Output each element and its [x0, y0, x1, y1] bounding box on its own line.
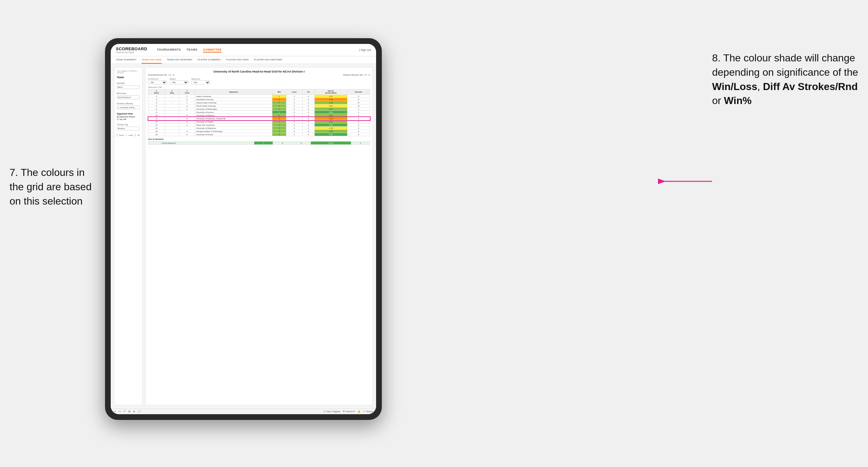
watch-btn[interactable]: 👁 Watch ▾ — [343, 410, 355, 413]
cell-win: 1 — [272, 107, 286, 111]
sign-out-link[interactable]: | Sign out — [359, 49, 371, 52]
opponents-label: Opponents: (All) — [148, 86, 370, 88]
annotation-right: 8. The colour shade will change dependin… — [712, 51, 859, 108]
cell-rounds: 3 — [347, 107, 370, 111]
region-select[interactable]: (All) — [169, 81, 189, 84]
nav-tournaments[interactable]: TOURNAMENTS — [157, 48, 181, 53]
filter-opponent-label: Opponent — [191, 78, 210, 80]
opponent-view-section: Opponent View Opponents Played Top 100 — [117, 113, 140, 120]
undo-btn[interactable]: ↩ — [114, 410, 116, 413]
out-division-table: NCAA Division II 1 0 0 26.00 3 — [148, 141, 370, 145]
cell-reg — [165, 98, 179, 101]
out-division-header: Out of division — [148, 138, 370, 140]
subnav-team-h2h-grid[interactable]: TEAM H2H GRID — [142, 56, 162, 64]
table-row: 14 University of Oklahoma 1 0 0 -1.00 9 — [148, 127, 370, 130]
cell-win: 1 — [272, 120, 286, 123]
app-header: SCOREBOARD Powered by clippd TOURNAMENTS… — [111, 44, 376, 56]
subnav-player-summary[interactable]: PLAYER SUMMARY — [197, 56, 221, 64]
radio-top100[interactable]: Top 100 — [117, 118, 140, 120]
sidebar: Last Updated: 27/03/202416:55:38 Team Ge… — [114, 67, 143, 405]
legend-level-label: Level — [128, 134, 133, 136]
cell-tie: 0 — [303, 104, 315, 107]
opponent-select[interactable]: (All) — [191, 81, 210, 84]
cell-rank: 16 — [148, 133, 165, 136]
cell-reg: - — [165, 95, 179, 98]
cell-rounds: 2 — [347, 111, 370, 114]
table-row: 2 - 1 Auburn University 2 1 0 1.67 9 — [148, 95, 370, 98]
cell-win: 0 — [272, 98, 286, 101]
school-label: School (Rank) — [117, 102, 140, 105]
cell-diff: -1.00 — [314, 127, 347, 130]
subnav-player-h2h-heatmap[interactable]: PLAYER H2H HEATMAP — [254, 56, 283, 64]
cell-rounds: 9 — [347, 95, 370, 98]
cell-rounds: 8 — [347, 98, 370, 101]
cell-opponent: Texas Tech University — [195, 123, 272, 127]
filter-conference-label: Conference — [148, 78, 167, 80]
cell-rank: 12 — [148, 120, 165, 123]
table-row: 12 3 University of Virginia 1 0 0 2.33 3 — [148, 120, 370, 123]
colour-by-section: Colour by Win/loss Diff Av Strokes/Rnd W… — [117, 123, 140, 130]
colour-by-select[interactable]: Win/loss Diff Av Strokes/Rnd Win% — [117, 127, 140, 130]
gender-section: Gender Men's Women's — [117, 82, 140, 89]
clock-btn[interactable]: 🕐 — [138, 410, 141, 413]
view-label[interactable]: 📋 View: Original — [323, 410, 340, 413]
col-conf: #Conf — [179, 89, 195, 95]
logo-area: SCOREBOARD Powered by clippd — [116, 46, 147, 54]
back-btn[interactable]: ↶ — [123, 410, 126, 413]
cell-diff: 2.33 — [314, 120, 347, 123]
cell-diff: -2.29 — [314, 98, 347, 101]
cell-win: 1 — [272, 127, 286, 130]
cell-tie: 0 — [303, 133, 315, 136]
filter-row: Conference (All) Region (All) Opponent — [148, 78, 370, 84]
legend-down-label: Down — [119, 134, 124, 136]
cell-loss: 2 — [286, 104, 302, 107]
cell-loss: 0 — [286, 107, 302, 111]
table-row: 13 1 Texas Tech University 3 0 0 5.56 9 — [148, 123, 370, 127]
like-btn[interactable]: 👍 — [357, 410, 361, 413]
cell-conf: 6 — [179, 117, 195, 120]
table-row: 8 2 University of Washington 1 0 0 3.67 … — [148, 107, 370, 111]
division-select[interactable]: NCAA Division I — [117, 95, 140, 99]
cell-loss: 1 — [286, 117, 302, 120]
col-tie: Tie — [303, 89, 315, 95]
cell-rounds: 3 — [347, 120, 370, 123]
division-label: Division — [117, 92, 140, 94]
radio-opponents-played[interactable]: Opponents Played — [117, 116, 140, 118]
cell-tie: 0 — [303, 111, 315, 114]
legend-up-label: Up — [137, 134, 140, 136]
gender-select[interactable]: Men's Women's — [117, 85, 140, 89]
zoom-btn[interactable]: ⊕ — [133, 410, 135, 413]
nav-committee[interactable]: COMMITTEE — [203, 48, 222, 53]
subnav-team-summary[interactable]: TEAM SUMMARY — [116, 56, 136, 64]
cell-rounds: 9 — [347, 130, 370, 133]
cell-tie: 0 — [303, 98, 315, 101]
cell-rounds: 12 — [347, 104, 370, 107]
cell-rank: 8 — [148, 107, 165, 111]
cell-rank: 15 — [148, 130, 165, 133]
col-diff: Diff AvStrokes/Rnd — [314, 89, 347, 95]
cell-reg — [165, 123, 179, 127]
subnav-player-h2h-grid[interactable]: PLAYER H2H GRID — [226, 56, 249, 64]
conference-select[interactable]: (All) — [148, 81, 167, 84]
cell-reg — [165, 111, 179, 114]
nav-teams[interactable]: TEAMS — [186, 48, 197, 53]
cell-reg — [165, 127, 179, 130]
subnav-team-h2h-heatmap[interactable]: TEAM H2H HEATMAP — [167, 56, 192, 64]
nav-items: TOURNAMENTS TEAMS COMMITTEE — [157, 48, 352, 53]
annotation-left: 7. The colours in the grid are based on … — [9, 165, 99, 208]
cell-opponent: University of Oklahoma — [195, 127, 272, 130]
bottom-toolbar: ↩ ↪ ↶ ⊞ ⊕ 🕐 📋 View: Original 👁 Watch ▾ 👍… — [111, 408, 376, 414]
cell-rank: 4 — [148, 101, 165, 104]
cell-rank: 9 — [148, 111, 165, 114]
col-opponent: Opponent — [195, 89, 272, 95]
cell-reg — [165, 133, 179, 136]
copy-btn[interactable]: ⊞ — [128, 410, 130, 413]
cell-division-diff: 26.00 — [311, 142, 351, 145]
redo-btn[interactable]: ↪ — [119, 410, 121, 413]
cell-win: 3 — [272, 133, 286, 136]
radio-label-top100: Top 100 — [119, 118, 126, 120]
share-btn[interactable]: ↗ Share — [363, 410, 373, 413]
school-select[interactable]: 1. University of Nort... — [117, 105, 140, 110]
cell-diff: 9.00 — [314, 111, 347, 114]
cell-diff: 4.50 — [314, 130, 347, 133]
